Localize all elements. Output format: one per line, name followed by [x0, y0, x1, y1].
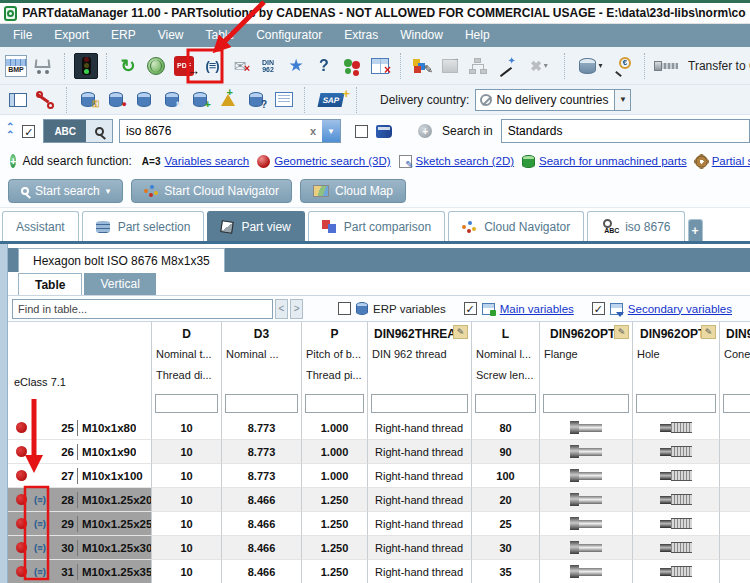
menu-item-help[interactable]: Help: [454, 24, 501, 47]
price-search-button[interactable]: €: [612, 53, 636, 79]
close-table-button[interactable]: [368, 53, 392, 79]
transfer-cad-label[interactable]: Transfer to CA: [688, 59, 750, 73]
cell-l[interactable]: 25: [472, 512, 540, 536]
filter-input[interactable]: [371, 394, 468, 413]
db-mail-button[interactable]: ✉: [160, 87, 184, 113]
search-checkbox[interactable]: [22, 125, 35, 138]
connection-button[interactable]: [34, 87, 58, 113]
cell-din962opt2[interactable]: [633, 536, 720, 560]
filter-input[interactable]: [543, 394, 629, 413]
cell-din962opt1[interactable]: [540, 416, 633, 440]
search-function-link[interactable]: Variables search: [164, 155, 249, 167]
cell-din962opt1[interactable]: [540, 488, 633, 512]
traffic-light-button[interactable]: [74, 53, 98, 79]
cell-din962thread[interactable]: Right-hand thread: [368, 464, 472, 488]
cell-din962thread[interactable]: Right-hand thread: [368, 440, 472, 464]
globe-user-button[interactable]: [144, 53, 168, 79]
search-input[interactable]: [120, 124, 304, 138]
column-header-l[interactable]: LNominal l...Screw len...: [472, 322, 540, 392]
export-part-button[interactable]: [438, 53, 462, 79]
cell-p[interactable]: 1.250: [302, 512, 368, 536]
structure-button[interactable]: [466, 53, 490, 79]
export-pdf-button[interactable]: PDF: [172, 53, 196, 79]
row-equals-icon[interactable]: (≡): [30, 542, 50, 553]
form-view-button[interactable]: [6, 87, 30, 113]
table-row[interactable]: 25M10x1x80108.7731.000Right-hand thread8…: [8, 416, 750, 440]
column-header-d3[interactable]: D3Nominal ...: [222, 322, 302, 392]
tab-vertical[interactable]: Vertical: [84, 273, 155, 295]
column-header-din9[interactable]: DIN9Cone: [720, 322, 750, 392]
clear-search-icon[interactable]: x: [304, 125, 322, 137]
cell-din9[interactable]: [720, 464, 750, 488]
cell-d[interactable]: 10: [152, 440, 222, 464]
row-name-cell[interactable]: 27M10x1x100: [8, 464, 152, 488]
cell-din962opt2[interactable]: [633, 512, 720, 536]
tab-iso-8676[interactable]: ABCiso 8676: [587, 211, 684, 241]
cell-d3[interactable]: 8.466: [222, 536, 302, 560]
row-equals-icon[interactable]: (≡): [30, 494, 50, 505]
secondary-variables-link[interactable]: Secondary variables: [628, 303, 732, 315]
scope-add-icon[interactable]: +: [418, 124, 432, 138]
start-cloud-navigator-button[interactable]: Start Cloud Navigator: [131, 179, 292, 203]
cell-din9[interactable]: [720, 488, 750, 512]
document-tab[interactable]: Hexagon bolt ISO 8676 M8x1x35: [18, 248, 225, 272]
delivery-dropdown-caret[interactable]: ▼: [614, 90, 630, 110]
cell-d3[interactable]: 8.773: [222, 440, 302, 464]
filter-input[interactable]: [636, 394, 716, 413]
cell-d3[interactable]: 8.773: [222, 464, 302, 488]
row-name-cell[interactable]: (≡)29M10x1.25x25: [8, 512, 152, 536]
transfer-cad-button[interactable]: [654, 53, 684, 79]
main-variables-link[interactable]: Main variables: [500, 303, 574, 315]
collapse-chevrons-icon[interactable]: ⌃⌃: [6, 123, 14, 139]
cell-l[interactable]: 80: [472, 416, 540, 440]
search-function-link[interactable]: Partial search: [712, 155, 750, 167]
cell-din962opt2[interactable]: [633, 440, 720, 464]
edit-pencil-icon[interactable]: ✎: [701, 325, 716, 339]
catalog-checkbox[interactable]: [355, 125, 368, 138]
tab-table[interactable]: Table: [18, 273, 82, 295]
add-icon[interactable]: +: [10, 154, 16, 168]
db-login-button[interactable]: ⚿: [76, 87, 100, 113]
search-function-link[interactable]: Geometric search (3D): [274, 155, 390, 167]
tab-cloud-navigator[interactable]: Cloud Navigator: [448, 211, 584, 241]
db-add-button[interactable]: +: [188, 87, 212, 113]
row-name-cell[interactable]: (≡)30M10x1.25x30: [8, 536, 152, 560]
cell-l[interactable]: 90: [472, 440, 540, 464]
cell-din962thread[interactable]: Right-hand thread: [368, 488, 472, 512]
tab-part-view[interactable]: Part view: [207, 211, 304, 241]
column-header-p[interactable]: PPitch of b...Thread pi...: [302, 322, 368, 392]
export-bmp-button[interactable]: BMP: [4, 53, 28, 79]
column-header-din962opt1[interactable]: DIN962OPT1✎Flange: [540, 322, 633, 392]
cell-d3[interactable]: 8.466: [222, 512, 302, 536]
table-row[interactable]: 27M10x1x100108.7731.000Right-hand thread…: [8, 464, 750, 488]
sap-button[interactable]: SAP: [314, 87, 348, 113]
cell-din962thread[interactable]: Right-hand thread: [368, 536, 472, 560]
cell-d[interactable]: 10: [152, 464, 222, 488]
db-users-button[interactable]: ●: [104, 87, 128, 113]
tab-part-comparison[interactable]: Part comparison: [308, 211, 445, 241]
cell-p[interactable]: 1.250: [302, 488, 368, 512]
cell-din962opt2[interactable]: [633, 560, 720, 583]
tab-part-selection[interactable]: Part selection: [82, 211, 205, 241]
add-geometry-button[interactable]: +: [216, 87, 240, 113]
cell-l[interactable]: 30: [472, 536, 540, 560]
menu-item-window[interactable]: Window: [389, 24, 454, 47]
cell-din9[interactable]: [720, 440, 750, 464]
cell-din962opt1[interactable]: [540, 464, 633, 488]
cell-d[interactable]: 10: [152, 416, 222, 440]
table-row[interactable]: 26M10x1x90108.7731.000Right-hand thread9…: [8, 440, 750, 464]
cell-din962opt2[interactable]: [633, 416, 720, 440]
cell-p[interactable]: 1.000: [302, 464, 368, 488]
table-row[interactable]: (≡)30M10x1.25x30108.4661.250Right-hand t…: [8, 536, 750, 560]
search-scope-input[interactable]: [501, 119, 750, 143]
menu-item-file[interactable]: File: [2, 24, 43, 47]
shopping-cart-button[interactable]: [32, 53, 56, 79]
send-mail-button[interactable]: ✉: [228, 53, 252, 79]
cell-din9[interactable]: [720, 560, 750, 583]
din962-button[interactable]: DIN962: [256, 53, 280, 79]
row-name-cell[interactable]: 25M10x1x80: [8, 416, 152, 440]
cell-din962opt1[interactable]: [540, 560, 633, 583]
cell-din962opt1[interactable]: [540, 536, 633, 560]
table-row[interactable]: (≡)28M10x1.25x20108.4661.250Right-hand t…: [8, 488, 750, 512]
row-equals-icon[interactable]: (≡): [30, 518, 50, 529]
